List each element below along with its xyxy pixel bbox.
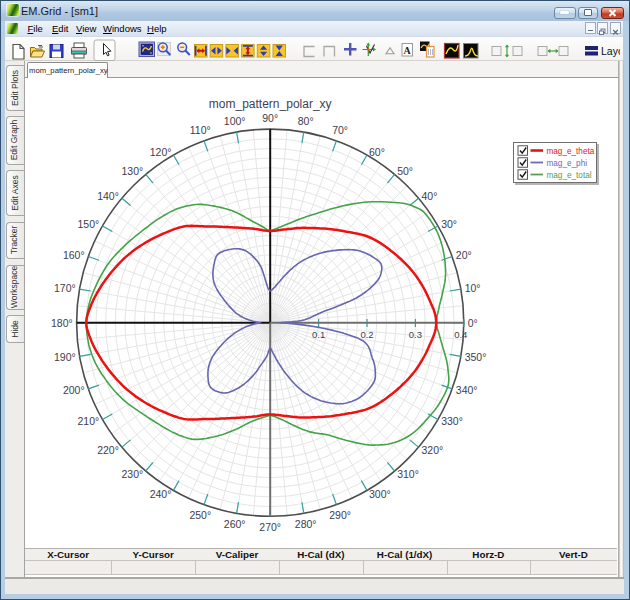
svg-text:120°: 120°: [150, 146, 172, 158]
svg-text:40°: 40°: [422, 190, 438, 202]
svg-text:200°: 200°: [63, 384, 85, 396]
svg-text:100°: 100°: [224, 115, 246, 127]
svg-text:0.2: 0.2: [360, 329, 373, 340]
svg-text:80°: 80°: [298, 115, 314, 127]
svg-text:mag_e_total: mag_e_total: [547, 171, 592, 180]
svg-text:230°: 230°: [121, 468, 143, 480]
svg-text:290°: 290°: [329, 509, 351, 521]
svg-text:310°: 310°: [397, 468, 419, 480]
svg-text:260°: 260°: [224, 518, 246, 530]
svg-text:210°: 210°: [77, 415, 99, 427]
svg-text:0.1: 0.1: [312, 329, 325, 340]
svg-text:130°: 130°: [121, 165, 143, 177]
svg-text:90°: 90°: [262, 112, 278, 124]
svg-text:10°: 10°: [465, 282, 481, 294]
svg-text:0°: 0°: [468, 317, 478, 329]
svg-text:320°: 320°: [422, 444, 444, 456]
svg-text:220°: 220°: [97, 444, 119, 456]
svg-text:Layout: Layout: [601, 45, 620, 57]
svg-text:0.3: 0.3: [409, 329, 422, 340]
svg-text:110°: 110°: [190, 124, 211, 136]
svg-text:350°: 350°: [465, 351, 487, 363]
svg-text:0.4: 0.4: [454, 329, 467, 340]
svg-text:240°: 240°: [150, 488, 172, 500]
svg-text:mag_e_theta: mag_e_theta: [547, 147, 595, 156]
svg-text:A: A: [404, 45, 412, 56]
svg-text:340°: 340°: [456, 384, 478, 396]
svg-text:mom_pattern_polar_xy: mom_pattern_polar_xy: [209, 97, 332, 111]
svg-text:160°: 160°: [63, 249, 85, 261]
svg-text:70°: 70°: [332, 124, 348, 136]
svg-text:180°: 180°: [51, 317, 73, 329]
svg-text:190°: 190°: [54, 351, 76, 363]
svg-text:20°: 20°: [456, 249, 472, 261]
svg-text:150°: 150°: [77, 218, 99, 230]
svg-text:300°: 300°: [369, 488, 391, 500]
svg-text:mag_e_phi: mag_e_phi: [547, 159, 588, 168]
svg-text:50°: 50°: [397, 165, 413, 177]
svg-text:250°: 250°: [189, 509, 211, 521]
svg-text:170°: 170°: [54, 282, 76, 294]
svg-text:330°: 330°: [441, 415, 463, 427]
svg-text:280°: 280°: [295, 518, 317, 530]
svg-text:60°: 60°: [369, 146, 385, 158]
svg-text:140°: 140°: [97, 190, 119, 202]
svg-text:30°: 30°: [441, 218, 457, 230]
svg-text:270°: 270°: [259, 521, 281, 533]
